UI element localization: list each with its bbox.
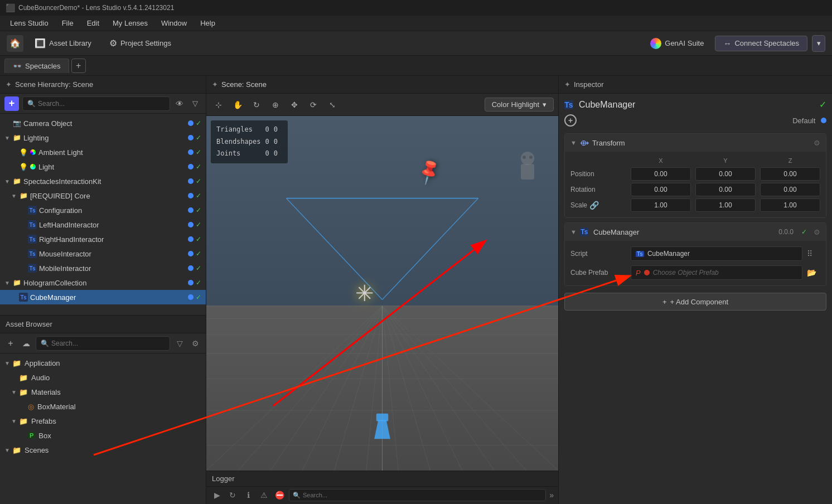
add-component-plus-button[interactable]: + — [564, 114, 577, 127]
tree-item-left-hand[interactable]: Ts LeftHandInteractor ✓ — [0, 217, 206, 232]
transform-section-header[interactable]: ▼ ⟴ Transform ⚙ — [565, 134, 826, 152]
visibility-dot[interactable] — [188, 193, 194, 198]
component-enabled-check[interactable]: ✓ — [819, 99, 826, 110]
position-z-input[interactable]: 0.00 — [760, 167, 820, 181]
visibility-dot[interactable] — [188, 120, 194, 126]
menu-help[interactable]: Help — [195, 17, 221, 29]
asset-item-application[interactable]: ▼ 📁 Application — [0, 356, 206, 370]
rotation-y-input[interactable]: 0.00 — [695, 183, 756, 196]
tree-item-mouse-interactor[interactable]: Ts MouseInteractor ✓ — [0, 246, 206, 261]
script-grid-icon[interactable]: ⠿ — [807, 249, 820, 258]
group-icon: 📁 — [12, 177, 21, 186]
visibility-dot[interactable] — [188, 265, 194, 271]
scale-x-input[interactable]: 1.00 — [631, 198, 691, 212]
visibility-dot[interactable] — [188, 222, 194, 227]
visibility-dot[interactable] — [188, 207, 194, 213]
visibility-dot[interactable] — [188, 294, 194, 300]
logger-expand-button[interactable]: » — [549, 491, 554, 500]
tree-item-hologram-collection[interactable]: ▼ 📁 HologramCollection ✓ — [0, 275, 206, 290]
asset-item-materials[interactable]: ▼ 📁 Materials — [0, 385, 206, 399]
scale-y-input[interactable]: 1.00 — [695, 198, 756, 212]
eye-toggle-button[interactable]: 👁 — [173, 98, 186, 110]
tree-item-mobile-interactor[interactable]: Ts MobileInteractor ✓ — [0, 261, 206, 275]
add-scene-object-button[interactable]: + — [4, 96, 19, 111]
tree-item-camera-object[interactable]: 📷 Camera Object ✓ — [0, 116, 206, 130]
asset-search-input[interactable] — [51, 340, 165, 347]
visibility-dot[interactable] — [188, 149, 194, 155]
tree-item-ambient-light[interactable]: 💡 Ambient Light ✓ — [0, 145, 206, 159]
visibility-dot[interactable] — [188, 236, 194, 242]
hierarchy-search-box[interactable]: 🔍 — [22, 96, 170, 111]
visibility-dot[interactable] — [188, 135, 194, 140]
logger-error-button[interactable]: ⛔ — [273, 489, 286, 501]
visibility-dot[interactable] — [188, 178, 194, 184]
asset-item-prefabs[interactable]: ▼ 📁 Prefabs — [0, 414, 206, 428]
asset-settings-button[interactable]: ⚙ — [189, 337, 201, 350]
visibility-dot[interactable] — [188, 280, 194, 285]
genai-icon — [650, 38, 661, 49]
asset-cloud-button[interactable]: ☁ — [20, 337, 32, 350]
position-y-input[interactable]: 0.00 — [695, 167, 756, 181]
tree-item-sik[interactable]: ▼ 📁 SpectaclesInteractionKit ✓ — [0, 174, 206, 188]
menu-window[interactable]: Window — [156, 17, 192, 29]
asset-add-button[interactable]: + — [4, 337, 17, 350]
project-settings-button[interactable]: ⚙ Project Settings — [103, 35, 178, 51]
menu-lens-studio[interactable]: Lens Studio — [4, 17, 54, 29]
home-button[interactable]: 🏠 — [7, 35, 23, 52]
scale-link-icon[interactable]: 🔗 — [589, 201, 599, 210]
gear-icon[interactable]: ⚙ — [814, 139, 820, 147]
menu-edit[interactable]: Edit — [81, 17, 105, 29]
enabled-checkbox[interactable]: ✓ — [801, 228, 807, 236]
genai-suite-button[interactable]: GenAI Suite — [644, 35, 710, 52]
move-tool-button[interactable]: ✥ — [287, 97, 302, 113]
connect-spectacles-button[interactable]: ↔ Connect Spectacles — [715, 36, 807, 51]
asset-item-scenes[interactable]: ▼ 📁 Scenes — [0, 443, 206, 457]
orbit-tool-button[interactable]: ↻ — [249, 97, 264, 113]
logger-play-button[interactable]: ▶ — [211, 489, 223, 501]
select-tool-button[interactable]: ⊹ — [211, 97, 226, 113]
add-component-button[interactable]: + + Add Component — [564, 293, 826, 311]
connect-spectacles-dropdown[interactable]: ▾ — [812, 35, 825, 52]
scale-z-input[interactable]: 1.00 — [760, 198, 820, 212]
asset-item-box-material[interactable]: ◎ BoxMaterial — [0, 399, 206, 414]
tree-item-right-hand[interactable]: Ts RightHandInteractor ✓ — [0, 232, 206, 246]
prefab-folder-icon[interactable]: 📂 — [807, 268, 820, 277]
visibility-dot[interactable] — [188, 164, 194, 169]
tree-item-lighting[interactable]: ▼ 📁 Lighting ✓ — [0, 130, 206, 145]
tree-item-required-core[interactable]: ▼ 📁 [REQUIRED] Core ✓ — [0, 188, 206, 203]
tree-item-cube-manager[interactable]: Ts CubeManager ✓ — [0, 290, 206, 304]
hierarchy-search-input[interactable] — [38, 100, 165, 108]
rotation-x-input[interactable]: 0.00 — [631, 183, 691, 196]
menu-file[interactable]: File — [56, 17, 79, 29]
asset-item-box[interactable]: P Box — [0, 428, 206, 443]
asset-filter-button[interactable]: ▽ — [173, 337, 186, 350]
rotate-tool-button[interactable]: ⟳ — [306, 97, 321, 113]
menu-my-lenses[interactable]: My Lenses — [107, 17, 153, 29]
rotation-z-input[interactable]: 0.00 — [760, 183, 820, 196]
visibility-dot[interactable] — [188, 251, 194, 256]
filter-button[interactable]: ▽ — [189, 98, 201, 110]
scale-tool-button[interactable]: ⤡ — [325, 97, 340, 113]
color-highlight-dropdown[interactable]: Color Highlight ▾ — [485, 98, 554, 112]
tree-item-light[interactable]: 💡 Light ✓ — [0, 159, 206, 174]
logger-info-button[interactable]: ℹ — [242, 489, 254, 501]
pan-tool-button[interactable]: ✋ — [230, 97, 245, 113]
position-x-input[interactable]: 0.00 — [631, 167, 691, 181]
cube-prefab-field[interactable]: P Choose Object Prefab — [631, 265, 802, 280]
cube-manager-section-header[interactable]: ▼ Ts CubeManager 0.0.0 ✓ ⚙ — [565, 223, 826, 241]
logger-reload-button[interactable]: ↻ — [226, 489, 239, 501]
script-value-field[interactable]: Ts CubeManager — [631, 246, 802, 261]
zoom-tool-button[interactable]: ⊕ — [268, 97, 283, 113]
scene-viewport[interactable]: Triangles 0 0 Blendshapes 0 0 Joints 0 0 — [206, 116, 558, 471]
asset-item-audio[interactable]: 📁 Audio — [0, 370, 206, 385]
add-tab-button[interactable]: + — [71, 59, 86, 73]
logger-warn-button[interactable]: ⚠ — [258, 489, 270, 501]
enabled-check: ✓ — [196, 221, 201, 229]
tree-item-configuration[interactable]: Ts Configuration ✓ — [0, 203, 206, 217]
asset-search-box[interactable]: 🔍 — [36, 336, 170, 351]
spectacles-tab[interactable]: 👓 Spectacles — [4, 59, 69, 73]
gear-icon[interactable]: ⚙ — [814, 228, 820, 236]
logger-search-box[interactable]: 🔍 — [289, 489, 546, 501]
logger-search-input[interactable] — [303, 492, 542, 498]
asset-library-button[interactable]: 🔳 Asset Library — [28, 35, 98, 51]
